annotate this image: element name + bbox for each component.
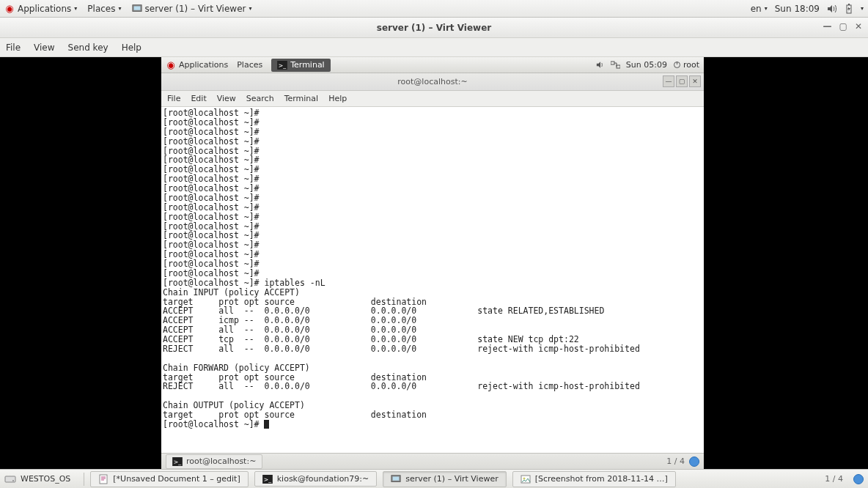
virt-viewer-icon: [391, 474, 401, 484]
menu-send-key[interactable]: Send key: [68, 42, 108, 53]
close-button[interactable]: ✕: [855, 21, 862, 32]
guest-screen: ◉ Applications Places >_ Terminal: [161, 57, 704, 469]
maximize-button[interactable]: ▢: [839, 21, 847, 32]
redhat-icon: ◉: [4, 4, 15, 14]
show-desktop-icon[interactable]: [689, 456, 699, 467]
guest-volume-icon[interactable]: [596, 61, 605, 69]
chevron-down-icon: ▾: [861, 5, 864, 12]
task-gedit-label: [*Unsaved Document 1 – gedit]: [113, 474, 240, 484]
guest-task-terminal[interactable]: >_ root@localhost:~: [166, 454, 262, 469]
host-workspace-indicator[interactable]: 1 / 4: [825, 474, 843, 484]
host-applications-menu[interactable]: ◉ Applications ▾: [4, 4, 77, 14]
westos-label: WESTOS_OS: [21, 474, 70, 484]
guest-clock-label: Sun 05:09: [626, 60, 667, 70]
gedit-icon: [98, 474, 108, 484]
guest-terminal-label: Terminal: [290, 60, 325, 70]
guest-user-label: root: [683, 60, 699, 70]
terminal-prompt-line: [root@localhost ~]#: [163, 420, 702, 429]
redhat-icon: ◉: [166, 60, 176, 70]
guest-clock[interactable]: Sun 05:09: [626, 60, 667, 70]
menu-help[interactable]: Help: [122, 42, 141, 53]
term-menu-terminal[interactable]: Terminal: [284, 94, 319, 103]
guest-places-menu[interactable]: Places: [237, 60, 262, 70]
chevron-down-icon: ▾: [74, 5, 77, 12]
host-taskbar: WESTOS_OS [*Unsaved Document 1 – gedit] …: [0, 469, 868, 488]
chevron-down-icon: ▾: [249, 5, 251, 12]
svg-rect-14: [100, 475, 107, 484]
svg-text:>_: >_: [174, 458, 181, 465]
task-host-terminal-label: kiosk@foundation79:~: [277, 474, 369, 484]
task-virt-viewer-label: server (1) – Virt Viewer: [405, 474, 498, 484]
host-window-menu-label: server (1) – Virt Viewer: [145, 4, 246, 14]
minimize-button[interactable]: —: [823, 21, 832, 32]
virt-title-label: server (1) – Virt Viewer: [377, 23, 491, 33]
virt-viewer-window: server (1) – Virt Viewer — ▢ ✕ File View…: [0, 18, 868, 469]
svg-text:>_: >_: [279, 62, 286, 68]
host-clock[interactable]: Sun 18:09: [775, 4, 820, 14]
task-host-terminal[interactable]: >_ kiosk@foundation79:~: [254, 471, 378, 487]
terminal-menubar: File Edit View Search Terminal Help: [161, 91, 704, 107]
terminal-close-button[interactable]: ✕: [689, 75, 701, 87]
terminal-icon: >_: [262, 475, 273, 484]
terminal-output: [root@localhost ~]# [root@localhost ~]# …: [163, 108, 702, 420]
term-menu-help[interactable]: Help: [328, 94, 347, 103]
terminal-body[interactable]: [root@localhost ~]# [root@localhost ~]# …: [161, 107, 704, 453]
chevron-down-icon: ▾: [118, 5, 121, 12]
term-menu-file[interactable]: File: [167, 94, 180, 103]
host-top-panel: ◉ Applications ▾ Places ▾ server (1) – V…: [0, 0, 868, 18]
host-clock-label: Sun 18:09: [775, 4, 820, 14]
svg-point-13: [12, 480, 14, 481]
terminal-icon: >_: [172, 456, 183, 467]
guest-user-menu[interactable]: root: [673, 60, 699, 70]
lang-label: en: [751, 4, 762, 14]
virt-titlebar[interactable]: server (1) – Virt Viewer — ▢ ✕: [0, 18, 868, 38]
guest-task-label: root@localhost:~: [186, 456, 256, 466]
terminal-maximize-button[interactable]: ▢: [676, 75, 688, 87]
image-icon: [521, 474, 531, 484]
guest-places-label: Places: [237, 60, 262, 70]
guest-workspace-indicator[interactable]: 1 / 4: [666, 456, 685, 466]
cursor-icon: [264, 420, 269, 429]
westos-launcher[interactable]: WESTOS_OS: [4, 474, 78, 484]
guest-taskbar: >_ root@localhost:~ 1 / 4: [161, 453, 704, 469]
term-menu-search[interactable]: Search: [246, 94, 274, 103]
terminal-prompt: [root@localhost ~]#: [163, 419, 264, 429]
svg-rect-3: [848, 4, 850, 5]
task-screenshot-label: [Screenshot from 2018-11-14 …]: [535, 474, 668, 484]
virt-viewer-icon: [132, 4, 142, 14]
task-screenshot[interactable]: [Screenshot from 2018-11-14 …]: [512, 471, 676, 487]
svg-rect-18: [393, 476, 400, 480]
svg-text:>_: >_: [264, 476, 271, 482]
svg-rect-1: [133, 6, 140, 10]
chevron-down-icon: ▾: [765, 5, 768, 12]
virt-desktop-area: ◉ Applications Places >_ Terminal: [0, 57, 868, 469]
svg-rect-12: [5, 476, 15, 482]
guest-top-panel: ◉ Applications Places >_ Terminal: [161, 57, 704, 73]
battery-icon[interactable]: [845, 4, 853, 14]
svg-rect-6: [611, 62, 614, 64]
task-gedit[interactable]: [*Unsaved Document 1 – gedit]: [90, 471, 248, 487]
host-places-menu[interactable]: Places ▾: [87, 4, 121, 14]
guest-network-icon[interactable]: [611, 61, 620, 69]
terminal-titlebar[interactable]: root@localhost:~ — ▢ ✕: [161, 73, 704, 91]
host-active-window-menu[interactable]: server (1) – Virt Viewer ▾: [132, 4, 252, 14]
volume-icon[interactable]: [827, 4, 837, 13]
guest-applications-menu[interactable]: ◉ Applications: [166, 60, 228, 70]
terminal-window: root@localhost:~ — ▢ ✕ File Edit View Se…: [161, 73, 704, 453]
host-places-label: Places: [87, 4, 115, 14]
svg-rect-7: [617, 65, 620, 68]
lang-indicator[interactable]: en ▾: [751, 4, 768, 14]
virt-menubar: File View Send key Help: [0, 38, 868, 57]
task-virt-viewer[interactable]: server (1) – Virt Viewer: [383, 471, 506, 487]
term-menu-view[interactable]: View: [217, 94, 236, 103]
menu-file[interactable]: File: [6, 42, 21, 53]
drive-icon: [4, 474, 16, 484]
show-desktop-icon[interactable]: [853, 474, 864, 484]
host-applications-label: Applications: [18, 4, 71, 14]
guest-applications-label: Applications: [179, 60, 228, 70]
power-menu[interactable]: ▾: [861, 5, 864, 12]
term-menu-edit[interactable]: Edit: [191, 94, 206, 103]
terminal-minimize-button[interactable]: —: [663, 75, 674, 87]
guest-terminal-launcher[interactable]: >_ Terminal: [271, 59, 331, 72]
menu-view[interactable]: View: [34, 42, 54, 53]
